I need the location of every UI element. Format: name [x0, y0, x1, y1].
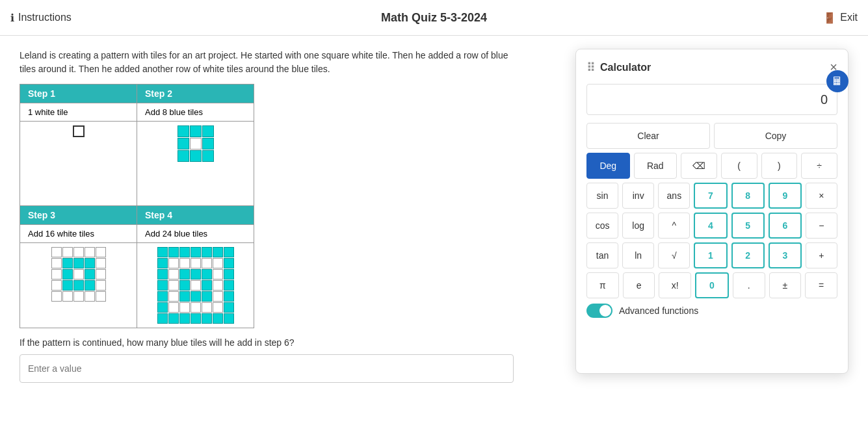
answer-input[interactable]	[20, 354, 514, 383]
exit-icon: 🚪	[823, 12, 836, 24]
cos-button[interactable]: cos	[586, 213, 618, 239]
ln-button[interactable]: ln	[622, 242, 654, 268]
deg-rad-row: Deg Rad ⌫ ( ) ÷	[586, 153, 837, 179]
one-button[interactable]: 1	[694, 242, 727, 268]
sqrt-button[interactable]: √	[658, 242, 690, 268]
step1-desc: 1 white tile	[20, 103, 137, 122]
rad-button[interactable]: Rad	[634, 153, 677, 179]
copy-button[interactable]: Copy	[714, 123, 837, 149]
clear-button[interactable]: Clear	[586, 123, 710, 149]
four-button[interactable]: 4	[694, 213, 727, 239]
divide-button[interactable]: ÷	[801, 153, 837, 179]
advanced-label: Advanced functions	[619, 306, 698, 316]
six-button[interactable]: 6	[769, 213, 802, 239]
calc-clear-copy-row: Clear Copy	[586, 123, 837, 149]
e-button[interactable]: e	[623, 272, 655, 298]
plusminus-button[interactable]: ±	[769, 272, 802, 298]
exit-label: Exit	[840, 12, 858, 23]
step3-header: Step 3	[20, 206, 137, 225]
decimal-button[interactable]: .	[733, 272, 765, 298]
calc-header: ⠿ Calculator ×	[586, 60, 837, 75]
factorial-button[interactable]: x!	[659, 272, 691, 298]
advanced-row: Advanced functions	[586, 304, 837, 318]
problem-text: Leland is creating a pattern with tiles …	[20, 49, 514, 76]
calc-toggle-icon: 🖩	[832, 75, 843, 88]
seven-button[interactable]: 7	[694, 183, 727, 209]
tile-table: Step 1 Step 2 1 white tile Add 8 blue ti…	[20, 84, 254, 328]
header: ℹ Instructions Math Quiz 5-3-2024 🚪 Exit	[0, 0, 868, 36]
step4-desc: Add 24 blue tiles	[137, 225, 254, 243]
sin-button[interactable]: sin	[586, 183, 618, 209]
pi-button[interactable]: π	[586, 272, 619, 298]
info-icon: ℹ	[10, 12, 14, 24]
open-paren-button[interactable]: (	[721, 153, 757, 179]
row-cos: cos log ^ 4 5 6 −	[586, 213, 837, 239]
step4-visual	[137, 243, 254, 328]
calc-title-text: Calculator	[600, 62, 651, 73]
deg-button[interactable]: Deg	[586, 153, 630, 179]
step4-header: Step 4	[137, 206, 254, 225]
equals-button[interactable]: =	[805, 272, 837, 298]
row-pi: π e x! 0 . ± =	[586, 272, 837, 298]
row-sin: sin inv ans 7 8 9 ×	[586, 183, 837, 209]
two-button[interactable]: 2	[731, 242, 765, 268]
power-button[interactable]: ^	[658, 213, 690, 239]
step2-desc: Add 8 blue tiles	[137, 103, 254, 122]
calc-display	[586, 84, 837, 115]
step3-desc: Add 16 white tiles	[20, 225, 137, 243]
drag-handle[interactable]: ⠿	[586, 60, 595, 75]
step2-header: Step 2	[137, 84, 254, 103]
multiply-button[interactable]: ×	[806, 183, 837, 209]
close-paren-button[interactable]: )	[761, 153, 798, 179]
exit-button[interactable]: 🚪 Exit	[823, 12, 858, 24]
five-button[interactable]: 5	[731, 213, 765, 239]
instructions-label: Instructions	[18, 12, 72, 23]
log-button[interactable]: log	[622, 213, 654, 239]
advanced-toggle[interactable]	[586, 304, 612, 318]
page-title: Math Quiz 5-3-2024	[381, 11, 487, 25]
calculator-panel: ⠿ Calculator × Clear Copy Deg Rad ⌫ ( ) …	[575, 49, 848, 374]
step2-visual	[137, 122, 254, 206]
instructions-button[interactable]: ℹ Instructions	[10, 12, 72, 24]
subtract-button[interactable]: −	[806, 213, 837, 239]
content-area: Leland is creating a pattern with tiles …	[20, 49, 549, 383]
ans-button[interactable]: ans	[658, 183, 690, 209]
row-tan: tan ln √ 1 2 3 +	[586, 242, 837, 268]
backspace-button[interactable]: ⌫	[681, 153, 717, 179]
eight-button[interactable]: 8	[731, 183, 765, 209]
nine-button[interactable]: 9	[769, 183, 802, 209]
three-button[interactable]: 3	[769, 242, 802, 268]
step1-visual	[20, 122, 137, 206]
step3-visual	[20, 243, 137, 328]
zero-button[interactable]: 0	[695, 272, 729, 298]
tan-button[interactable]: tan	[586, 242, 618, 268]
calc-title: ⠿ Calculator	[586, 60, 651, 75]
question-text: If the pattern is continued, how many bl…	[20, 337, 549, 348]
calc-toggle-button[interactable]: 🖩	[826, 70, 848, 92]
main-content: Leland is creating a pattern with tiles …	[0, 36, 868, 396]
add-button[interactable]: +	[806, 242, 837, 268]
inv-button[interactable]: inv	[622, 183, 654, 209]
step1-header: Step 1	[20, 84, 137, 103]
toggle-knob	[599, 305, 611, 317]
